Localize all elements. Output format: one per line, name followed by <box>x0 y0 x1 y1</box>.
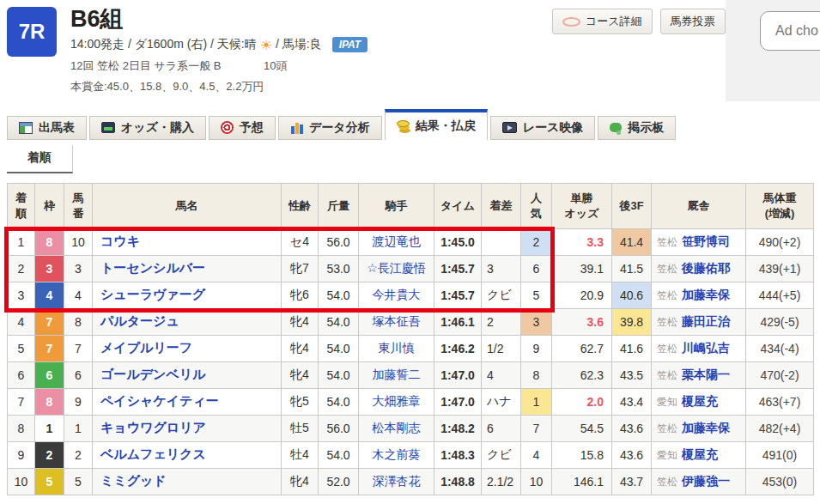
last3f-cell: 43.4 <box>612 388 652 415</box>
horse-number-cell: 2 <box>64 441 93 468</box>
top-actions: コース詳細馬券投票 <box>552 9 726 34</box>
tab-label: オッズ・購入 <box>121 120 194 136</box>
rank-cell: 2 <box>8 255 35 282</box>
bet-vote-button[interactable]: 馬券投票 <box>660 9 726 34</box>
popularity-cell: 10 <box>521 468 552 495</box>
column-header: 着差 <box>482 183 521 228</box>
jockey-link[interactable]: 大畑雅章 <box>359 388 434 415</box>
result-row: 922ベルムフェリクス牡454.0木之前葵1:48.3クビ415.843.6愛知… <box>8 441 814 468</box>
carried-weight-cell: 54.0 <box>319 388 359 415</box>
rank-cell: 1 <box>8 228 35 255</box>
horse-name-link[interactable]: ペイシャケイティー <box>93 388 282 415</box>
tab-entry-table[interactable]: 出馬表 <box>7 116 87 140</box>
popularity-cell: 3 <box>521 308 552 335</box>
time-cell: 1:47.0 <box>434 361 482 388</box>
trainer-link[interactable]: 後藤佑耶 <box>682 261 730 275</box>
time-cell: 1:48.8 <box>434 468 482 495</box>
frame-cell: 6 <box>35 361 64 388</box>
carried-weight-cell: 54.0 <box>319 361 359 388</box>
result-row: 1810コウキセ456.0渡辺竜也1:45.023.341.4笠松笹野博司490… <box>8 228 814 255</box>
jockey-link[interactable]: 東川慎 <box>359 335 434 361</box>
stable-cell: 笠松加藤幸保 <box>652 282 746 308</box>
stable-cell: 愛知榎屋充 <box>652 441 746 468</box>
result-row: 1055ミミグッド牝452.0深澤杏花1:48.82.1/210146.143.… <box>8 468 814 495</box>
trainer-link[interactable]: 栗本陽一 <box>682 367 730 381</box>
jockey-link[interactable]: 木之前葵 <box>359 441 434 468</box>
column-header: 着順 <box>8 183 35 228</box>
jockey-link[interactable]: 今井貴大 <box>359 282 434 308</box>
popularity-cell: 5 <box>521 282 552 308</box>
race-conditions-line: 14:00発走 / ダ1600m (右) / 天候:晴 ☀ / 馬場:良 IPA… <box>70 37 367 53</box>
jockey-link[interactable]: 松本剛志 <box>359 415 434 441</box>
course-detail-button[interactable]: コース詳細 <box>552 9 653 34</box>
prize-money-line: 本賞金:45.0、15.8、9.0、4.5、2.2万円 <box>70 79 367 94</box>
trainer-link[interactable]: 榎屋充 <box>682 447 718 461</box>
time-cell: 1:48.2 <box>434 415 482 441</box>
jockey-link[interactable]: 塚本征吾 <box>359 308 434 335</box>
main-tab-bar: 出馬表オッズ・購入予想データ分析結果・払戻レース映像掲示板 <box>0 108 820 140</box>
tab-chakujun[interactable]: 着順 <box>7 145 73 173</box>
body-weight-cell: 444(+5) <box>746 282 814 308</box>
table-body: 1810コウキセ456.0渡辺竜也1:45.023.341.4笠松笹野博司490… <box>8 228 814 495</box>
tab-odds[interactable]: オッズ・購入 <box>89 116 206 140</box>
horse-name-link[interactable]: シューラヴァーグ <box>93 282 282 308</box>
win-odds-cell: 3.6 <box>552 308 612 335</box>
time-cell: 1:45.7 <box>434 255 482 282</box>
horse-number-cell: 5 <box>64 468 93 495</box>
trainer-link[interactable]: 加藤幸保 <box>682 421 730 434</box>
horse-name-link[interactable]: コウキ <box>93 228 282 255</box>
tab-race-video[interactable]: レース映像 <box>490 116 596 140</box>
results-table-wrap: 着順枠馬番馬名性齢斤量騎手タイム着差人気単勝オッズ後3F厩舎馬体重(増減) 18… <box>7 183 813 495</box>
body-weight-cell: 453(0) <box>746 468 814 495</box>
trainer-link[interactable]: 榎屋充 <box>682 394 718 408</box>
tab-data-chart[interactable]: データ分析 <box>278 116 382 140</box>
race-title: B6組 <box>70 7 367 33</box>
carried-weight-cell: 54.0 <box>319 282 359 308</box>
trainer-link[interactable]: 笹野博司 <box>682 234 730 248</box>
race-meeting-line: 12回 笠松 2日目 サラ系一般 B 10頭 <box>70 58 367 74</box>
trainer-link[interactable]: 加藤幸保 <box>682 288 730 301</box>
horse-name-link[interactable]: メイプルリーフ <box>93 335 282 361</box>
horse-name-link[interactable]: トーセンシルバー <box>93 255 282 282</box>
horse-name-link[interactable]: パルタージュ <box>93 308 282 335</box>
trainer-link[interactable]: 伊藤強一 <box>682 474 730 488</box>
time-cell: 1:46.2 <box>434 335 482 361</box>
last3f-cell: 43.6 <box>612 441 652 468</box>
win-odds-cell: 146.1 <box>552 468 612 495</box>
trainer-link[interactable]: 川嶋弘吉 <box>682 341 730 355</box>
horse-name-link[interactable]: キョウワグロリア <box>93 415 282 441</box>
popularity-cell: 8 <box>521 361 552 388</box>
popularity-cell: 2 <box>521 228 552 255</box>
horse-number-cell: 10 <box>64 228 93 255</box>
column-header: 人気 <box>521 183 552 228</box>
sex-age-cell: 牝7 <box>282 255 319 282</box>
result-row: 577メイプルリーフ牝454.0東川慎1:46.21/2962.741.6笠松川… <box>8 335 814 361</box>
body-weight-cell: 429(-5) <box>746 308 814 335</box>
carried-weight-cell: 54.0 <box>319 308 359 335</box>
carried-weight-cell: 52.0 <box>319 468 359 495</box>
jockey-link[interactable]: 深澤杏花 <box>359 468 434 495</box>
win-odds-cell: 62.3 <box>552 361 612 388</box>
horse-name-link[interactable]: ミミグッド <box>93 468 282 495</box>
tab-result-coins[interactable]: 結果・払戻 <box>385 109 488 140</box>
horse-number-cell: 9 <box>64 388 93 415</box>
result-row: 666ゴールデンベリル牝454.0加藤誓二1:47.04862.343.5笠松栗… <box>8 361 814 388</box>
tab-prediction-target[interactable]: 予想 <box>209 116 276 140</box>
stable-cell: 笠松川嶋弘吉 <box>652 335 746 361</box>
stable-cell: 笠松伊藤強一 <box>652 468 746 495</box>
tab-bbs[interactable]: 掲示板 <box>598 116 676 140</box>
jockey-link[interactable]: 渡辺竜也 <box>359 228 434 255</box>
ipat-badge: IPAT <box>332 37 368 52</box>
horse-name-link[interactable]: ゴールデンベリル <box>93 361 282 388</box>
time-cell: 1:46.1 <box>434 308 482 335</box>
jockey-link[interactable]: 加藤誓二 <box>359 361 434 388</box>
body-weight-cell: 463(+7) <box>746 388 814 415</box>
trainer-link[interactable]: 藤田正治 <box>682 314 730 328</box>
stable-region: 笠松 <box>657 263 677 275</box>
ad-choices-button[interactable]: Ad cho <box>760 11 820 51</box>
last3f-cell: 43.7 <box>612 468 652 495</box>
horse-name-link[interactable]: ベルムフェリクス <box>93 441 282 468</box>
jockey-link[interactable]: ☆長江慶悟 <box>359 255 434 282</box>
race-conditions-text: 14:00発走 / ダ1600m (右) / 天候:晴 <box>70 37 257 52</box>
stable-cell: 笠松後藤佑耶 <box>652 255 746 282</box>
